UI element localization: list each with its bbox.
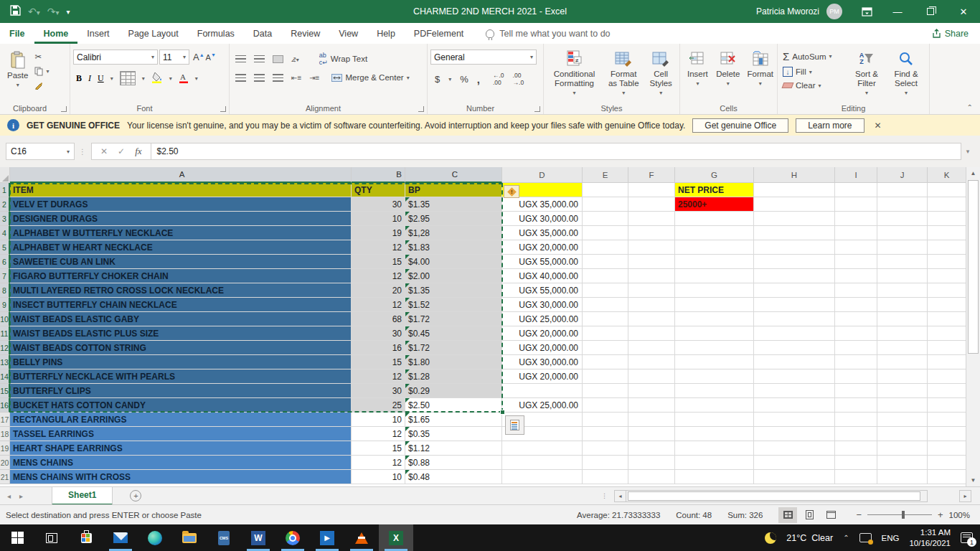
cell-I17[interactable] bbox=[835, 413, 877, 427]
sheet-nav-right-icon[interactable]: ▸ bbox=[12, 492, 30, 500]
cell-H7[interactable] bbox=[754, 269, 835, 283]
cell-H20[interactable] bbox=[754, 456, 835, 470]
cell-E2[interactable] bbox=[583, 197, 628, 212]
cell-I5[interactable] bbox=[835, 240, 877, 255]
cell-B21[interactable]: 10 bbox=[352, 470, 405, 484]
cell-B18[interactable]: 12 bbox=[352, 427, 405, 441]
formula-input[interactable]: $2.50 bbox=[151, 143, 961, 160]
collapse-ribbon-icon[interactable]: ⌃ bbox=[967, 103, 973, 111]
cell-C7[interactable]: $2.00 bbox=[405, 269, 502, 283]
row-header-3[interactable]: 3 bbox=[0, 212, 10, 226]
underline-button[interactable]: U bbox=[98, 73, 104, 84]
cell-K4[interactable] bbox=[928, 226, 966, 240]
row-header-21[interactable]: 21 bbox=[0, 470, 10, 484]
bottom-align-icon[interactable] bbox=[273, 55, 283, 63]
signed-in-user[interactable]: Patricia Mworozi bbox=[756, 6, 819, 17]
cell-B7[interactable]: 12 bbox=[352, 269, 405, 283]
tab-home[interactable]: Home bbox=[34, 23, 78, 44]
cell-K1[interactable] bbox=[928, 183, 966, 197]
row-header-19[interactable]: 19 bbox=[0, 441, 10, 456]
row-header-6[interactable]: 6 bbox=[0, 255, 10, 269]
cell-E19[interactable] bbox=[583, 441, 628, 456]
cell-styles-button[interactable]: Cell Styles ▾ bbox=[645, 47, 677, 100]
cell-G12[interactable] bbox=[675, 341, 754, 355]
currency-format-button[interactable]: $ bbox=[435, 74, 440, 85]
cell-A21[interactable]: MENS CHAINS WITH CROSS bbox=[10, 470, 352, 484]
cell-C12[interactable]: $1.72 bbox=[405, 341, 502, 355]
file-explorer-button[interactable] bbox=[172, 524, 207, 551]
font-size-select[interactable]: 11▾ bbox=[159, 50, 189, 65]
paste-button[interactable]: Paste ▾ bbox=[3, 48, 32, 91]
fill-color-button[interactable] bbox=[151, 72, 163, 85]
cell-F4[interactable] bbox=[628, 226, 675, 240]
cell-F19[interactable] bbox=[628, 441, 675, 456]
cell-K3[interactable] bbox=[928, 212, 966, 226]
align-right-icon[interactable] bbox=[273, 74, 283, 82]
share-button[interactable]: Share bbox=[932, 29, 969, 39]
copy-button[interactable]: ▾ bbox=[32, 66, 51, 77]
row-header-15[interactable]: 15 bbox=[0, 384, 10, 398]
save-icon[interactable] bbox=[10, 5, 21, 18]
tab-file[interactable]: File bbox=[0, 23, 34, 44]
zoom-slider[interactable] bbox=[867, 514, 932, 515]
decrease-decimal-icon[interactable]: .00→.0 bbox=[513, 72, 524, 86]
cell-C13[interactable]: $1.80 bbox=[405, 355, 502, 369]
cell-J5[interactable] bbox=[877, 240, 928, 255]
scroll-right-icon[interactable]: ▸ bbox=[959, 490, 971, 502]
cell-I7[interactable] bbox=[835, 269, 877, 283]
cell-F8[interactable] bbox=[628, 283, 675, 298]
row-header-18[interactable]: 18 bbox=[0, 427, 10, 441]
cell-J12[interactable] bbox=[877, 341, 928, 355]
cancel-entry-icon[interactable]: ✕ bbox=[100, 146, 108, 156]
cell-A10[interactable]: WAIST BEADS ELASTIC GABY bbox=[10, 312, 352, 326]
cell-A19[interactable]: HEART SHAPE EARRINGS bbox=[10, 441, 352, 456]
zoom-level[interactable]: 100% bbox=[949, 511, 970, 519]
cell-H16[interactable] bbox=[754, 398, 835, 413]
cell-H1[interactable] bbox=[754, 183, 835, 197]
cell-G20[interactable] bbox=[675, 456, 754, 470]
cell-K10[interactable] bbox=[928, 312, 966, 326]
cell-F20[interactable] bbox=[628, 456, 675, 470]
cell-B11[interactable]: 30 bbox=[352, 326, 405, 341]
cell-F13[interactable] bbox=[628, 355, 675, 369]
cell-E4[interactable] bbox=[583, 226, 628, 240]
tab-review[interactable]: Review bbox=[281, 23, 329, 44]
row-header-1[interactable]: 1 bbox=[0, 183, 10, 197]
tray-expand-icon[interactable]: ⌃ bbox=[843, 534, 849, 542]
col-header-A[interactable]: A bbox=[10, 167, 352, 183]
cell-C2[interactable]: $1.35 bbox=[405, 197, 502, 212]
cell-J16[interactable] bbox=[877, 398, 928, 413]
cell-G16[interactable] bbox=[675, 398, 754, 413]
cell-J19[interactable] bbox=[877, 441, 928, 456]
cell-G14[interactable] bbox=[675, 369, 754, 384]
cell-K8[interactable] bbox=[928, 283, 966, 298]
cell-J10[interactable] bbox=[877, 312, 928, 326]
clipboard-dialog-launcher[interactable] bbox=[61, 106, 67, 112]
cell-I20[interactable] bbox=[835, 456, 877, 470]
col-header-E[interactable]: E bbox=[583, 167, 628, 183]
cell-D14[interactable]: UGX 20,000.00 bbox=[502, 369, 583, 384]
start-button[interactable] bbox=[0, 524, 34, 551]
cell-K19[interactable] bbox=[928, 441, 966, 456]
percent-format-button[interactable]: % bbox=[460, 74, 468, 85]
cell-B19[interactable]: 15 bbox=[352, 441, 405, 456]
cell-K11[interactable] bbox=[928, 326, 966, 341]
vertical-scrollbar[interactable]: ▲ ▼ bbox=[966, 167, 980, 486]
cell-F5[interactable] bbox=[628, 240, 675, 255]
confirm-entry-icon[interactable]: ✓ bbox=[118, 146, 125, 156]
error-checking-button[interactable]: ! bbox=[504, 185, 519, 198]
paste-options-button[interactable] bbox=[505, 415, 524, 435]
cell-B3[interactable]: 10 bbox=[352, 212, 405, 226]
cms-app-button[interactable]: CMS bbox=[207, 524, 241, 551]
cell-C17[interactable]: $1.65 bbox=[405, 413, 502, 427]
increase-font-icon[interactable]: A▲ bbox=[193, 52, 204, 62]
cell-E1[interactable] bbox=[583, 183, 628, 197]
avatar[interactable]: PM bbox=[826, 4, 842, 19]
row-header-20[interactable]: 20 bbox=[0, 456, 10, 470]
cell-I6[interactable] bbox=[835, 255, 877, 269]
cell-B5[interactable]: 12 bbox=[352, 240, 405, 255]
cell-K16[interactable] bbox=[928, 398, 966, 413]
cell-F7[interactable] bbox=[628, 269, 675, 283]
row-header-9[interactable]: 9 bbox=[0, 298, 10, 312]
top-align-icon[interactable] bbox=[235, 55, 246, 63]
